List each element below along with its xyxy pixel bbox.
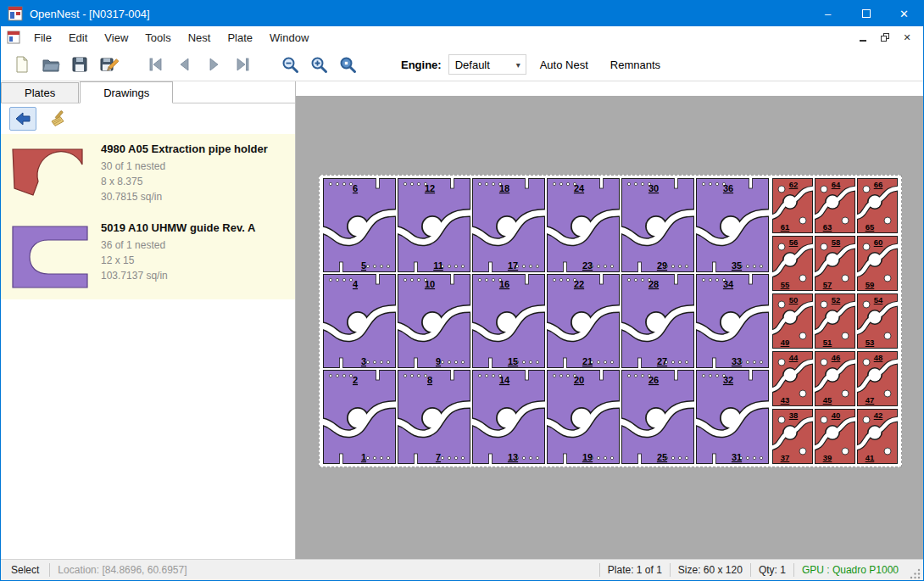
window-title: OpenNest - [N0317-004] [30,8,150,20]
nested-part-pair[interactable]: 22 21 [547,274,620,368]
nested-part-pair[interactable]: 42 41 [857,409,898,464]
status-gpu: GPU : Quadro P1000 [794,564,906,576]
nested-part-pair[interactable]: 10 9 [398,274,470,368]
svg-text:53: 53 [866,338,875,347]
nested-part-pair[interactable]: 4 3 [323,274,396,368]
nested-part-pair[interactable]: 6 5 [323,178,396,272]
menu-view[interactable]: View [96,28,136,47]
auto-nest-button[interactable]: Auto Nest [532,53,597,76]
svg-text:52: 52 [832,295,841,304]
svg-text:2: 2 [353,375,358,385]
zoom-fit-button[interactable] [333,51,362,78]
open-button[interactable] [36,51,65,78]
svg-text:65: 65 [866,222,875,232]
zoom-in-button[interactable] [304,51,333,78]
status-size: Size: 60 x 120 [671,564,750,576]
svg-text:16: 16 [499,279,509,289]
nested-part-pair[interactable]: 48 47 [857,351,898,406]
svg-text:18: 18 [499,183,509,193]
drawing-list: 4980 A05 Extraction pipe holder 30 of 1 … [1,134,295,299]
nested-part-pair[interactable]: 24 23 [547,178,620,272]
menu-tools[interactable]: Tools [136,28,179,47]
first-plate-button[interactable] [142,51,170,78]
nested-part-pair[interactable]: 40 39 [815,409,855,464]
new-button[interactable] [8,51,36,78]
nested-part-pair[interactable]: 56 55 [772,236,813,291]
drawing-nested-count: 36 of 1 nested [101,237,255,253]
main-area: Plates Drawings [1,81,923,559]
mdi-minimize-button[interactable] [854,30,872,45]
menu-nest[interactable]: Nest [180,28,220,47]
window-minimize-button[interactable]: – [809,1,847,26]
svg-text:63: 63 [823,222,832,232]
nested-part-pair[interactable]: 14 13 [472,370,545,464]
nested-part-pair[interactable]: 34 33 [696,274,769,368]
app-icon [8,6,23,21]
previous-plate-button[interactable] [170,51,199,78]
next-plate-button[interactable] [199,51,228,78]
nested-part-pair[interactable]: 50 49 [772,293,813,349]
titlebar[interactable]: OpenNest - [N0317-004] – ✕ [1,1,923,26]
nested-part-pair[interactable]: 44 43 [772,351,813,406]
close-icon: ✕ [899,8,909,20]
last-plate-button[interactable] [228,51,257,78]
nested-part-pair[interactable]: 52 51 [815,293,855,349]
nested-part-pair[interactable]: 58 57 [815,236,855,291]
nested-part-pair[interactable]: 64 63 [815,178,855,233]
svg-text:17: 17 [508,260,518,271]
nested-part-pair[interactable]: 38 37 [772,409,813,464]
save-button[interactable] [65,51,94,78]
nested-part-pair[interactable]: 46 45 [815,351,855,406]
nest-canvas[interactable]: 6 5 12 11 18 17 [296,81,923,559]
menu-file[interactable]: File [25,28,60,47]
svg-text:58: 58 [832,237,841,247]
nested-part-pair[interactable]: 18 17 [472,178,545,272]
window-close-button[interactable]: ✕ [885,1,923,26]
nested-part-pair[interactable]: 28 27 [621,274,694,368]
send-to-plate-button[interactable] [9,107,36,131]
zoom-out-button[interactable] [276,51,304,78]
save-as-button[interactable] [94,51,123,78]
svg-text:21: 21 [582,356,593,366]
nested-part-pair[interactable]: 62 61 [772,178,813,233]
nested-part-pair[interactable]: 66 65 [857,178,898,233]
svg-text:20: 20 [574,375,584,385]
panel-toolbar [1,103,295,134]
svg-text:7: 7 [436,452,441,462]
menu-window[interactable]: Window [261,28,317,47]
blue-arrow-left-icon [14,109,32,128]
svg-text:59: 59 [866,280,875,289]
window-maximize-button[interactable] [847,1,885,26]
svg-text:44: 44 [789,353,799,362]
resize-grip[interactable] [910,568,921,580]
remnants-button[interactable]: Remnants [602,53,669,76]
tab-drawings[interactable]: Drawings [80,81,173,103]
nested-part-pair[interactable]: 54 53 [857,293,898,349]
svg-text:1: 1 [361,452,366,462]
nested-part-pair[interactable]: 30 29 [621,178,694,272]
nested-part-pair[interactable]: 32 31 [696,370,769,464]
mdi-restore-button[interactable] [876,30,894,45]
app-window: OpenNest - [N0317-004] – ✕ File Edit Vie… [0,0,924,581]
menu-plate[interactable]: Plate [219,28,261,47]
nested-part-pair[interactable]: 36 35 [696,178,769,272]
nested-part-pair[interactable]: 60 59 [857,236,898,291]
nested-part-pair[interactable]: 16 15 [472,274,545,368]
tab-plates[interactable]: Plates [1,82,79,103]
list-item[interactable]: 5019 A10 UHMW guide Rev. A 36 of 1 neste… [1,213,295,299]
nested-part-pair[interactable]: 8 7 [398,370,470,464]
clear-button[interactable] [43,107,70,131]
nested-part-pair[interactable]: 2 1 [323,370,396,464]
menu-edit[interactable]: Edit [60,28,96,47]
mdi-minimize-icon [860,40,866,42]
svg-text:14: 14 [499,375,510,385]
nested-part-pair[interactable]: 26 25 [621,370,694,464]
list-item[interactable]: 4980 A05 Extraction pipe holder 30 of 1 … [1,134,295,213]
nested-part-pair[interactable]: 12 11 [398,178,470,272]
nested-part-pair[interactable]: 20 19 [547,370,620,464]
svg-text:35: 35 [732,260,742,271]
engine-select[interactable]: Default ▾ [448,54,526,75]
red-grid: 62 61 64 63 66 65 56 55 [772,178,898,464]
save-as-icon [98,54,119,75]
mdi-close-button[interactable]: ✕ [898,30,916,45]
